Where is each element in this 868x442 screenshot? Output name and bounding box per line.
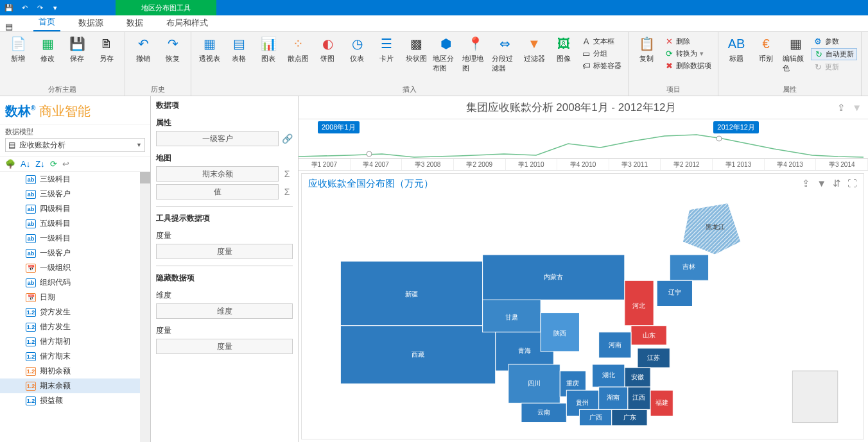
- field-icon: 📅: [26, 264, 36, 273]
- copy-button[interactable]: 📋复制: [632, 35, 661, 83]
- sort-desc-icon[interactable]: Z↓: [35, 159, 44, 169]
- title-button[interactable]: AB标题: [722, 35, 751, 83]
- tree-item[interactable]: 1.2借方期初: [0, 334, 150, 349]
- filter-icon[interactable]: ▼: [817, 178, 826, 189]
- autoupdate-button[interactable]: ↻自动更新: [811, 48, 857, 60]
- convert-button[interactable]: ⟳转换为 ▾: [662, 48, 714, 59]
- sigma-icon[interactable]: Σ: [281, 169, 293, 179]
- delete-button[interactable]: ✕删除: [662, 36, 714, 47]
- chart-button[interactable]: 📊图表: [254, 35, 282, 83]
- model-select[interactable]: ▤ 应收账款分析 ▼: [5, 138, 145, 152]
- tree-item[interactable]: 1.2损益额: [0, 393, 150, 408]
- tree-item[interactable]: ab组织代码: [0, 275, 150, 290]
- tree-item[interactable]: ab一级科目: [0, 231, 150, 246]
- timeline-tick: 季4 2007: [351, 159, 403, 170]
- map-value-well[interactable]: 期末余额: [156, 166, 279, 182]
- undo-icon[interactable]: ↶: [18, 4, 31, 12]
- image-button[interactable]: 🖼图像: [550, 35, 578, 83]
- svg-rect-4: [483, 255, 625, 300]
- treemap-button[interactable]: ▩块状图: [402, 35, 430, 83]
- tab-home[interactable]: 首页: [33, 13, 60, 31]
- pie-button[interactable]: ◐饼图: [313, 35, 342, 83]
- range-filter[interactable]: 2008年1月 2012年12月 季1 2007季4 2007季3 2008季2…: [299, 119, 868, 171]
- textbox-button[interactable]: A文本框: [579, 36, 624, 47]
- field-label: 期末余额: [40, 380, 71, 391]
- editcolor-button[interactable]: ▦编辑颜色: [781, 35, 810, 83]
- sigma-icon[interactable]: Σ: [281, 187, 293, 197]
- group-button[interactable]: ▭分组: [579, 48, 624, 59]
- link-icon[interactable]: 🔗: [281, 133, 293, 144]
- deleteitem-button[interactable]: ✖删除数据项: [662, 60, 714, 71]
- tree-item[interactable]: ab一级客户: [0, 246, 150, 260]
- field-label: 借方期末: [40, 351, 71, 362]
- sort-tree-icon[interactable]: 🌳: [5, 159, 15, 169]
- save-button[interactable]: 💾保存: [63, 35, 91, 83]
- attr-well[interactable]: 一级客户: [156, 131, 279, 146]
- tree-item[interactable]: 1.2借方发生: [0, 319, 150, 334]
- tree-item[interactable]: ab五级科目: [0, 216, 150, 231]
- undo-button[interactable]: ↶撤销: [129, 35, 157, 83]
- map-value2-well[interactable]: 值: [156, 184, 279, 200]
- pie-icon: ◐: [320, 36, 335, 51]
- svg-rect-24: [579, 409, 611, 425]
- currency-button[interactable]: €币别: [752, 35, 780, 83]
- redo-button[interactable]: ↷恢复: [159, 35, 187, 83]
- dashboard-title: 集团应收账款分析 2008年1月 - 2012年12月: [305, 100, 837, 115]
- gauge-button[interactable]: ◷仪表: [343, 35, 371, 83]
- modify-button[interactable]: ▦修改: [33, 35, 62, 83]
- filter-button[interactable]: ▼过滤器: [520, 35, 548, 83]
- back-icon[interactable]: ↩: [62, 159, 69, 169]
- pivot-button[interactable]: ▦透视表: [195, 35, 223, 83]
- tree-item[interactable]: ab四级科目: [0, 201, 150, 216]
- china-map[interactable]: 黑龙江 吉林 辽宁 内蒙古 河北 山东 新疆 甘肃 青海 西藏 陕西 河南 江苏…: [302, 174, 864, 439]
- tree-item[interactable]: ab三级科目: [0, 172, 150, 187]
- tab-datasource[interactable]: 数据源: [73, 15, 108, 31]
- scrollbar-thumb[interactable]: [140, 172, 150, 183]
- tab-data[interactable]: 数据: [121, 15, 148, 31]
- tree-item[interactable]: 📅日期: [0, 290, 150, 305]
- scrollbar[interactable]: [140, 172, 150, 442]
- tree-item[interactable]: 1.2期初余额: [0, 364, 150, 378]
- param-button[interactable]: ⚙参数: [811, 36, 857, 47]
- update-button[interactable]: ↻更新: [811, 62, 857, 72]
- drill-icon[interactable]: ⇵: [833, 178, 841, 189]
- card-button[interactable]: ☰卡片: [372, 35, 401, 83]
- tree-item[interactable]: 1.2期末余额: [0, 378, 150, 393]
- labelbox-button[interactable]: 🏷标签容器: [579, 60, 624, 71]
- context-tab-title: 地区分布图工具: [116, 0, 216, 15]
- timeline-tick: 季1 2010: [506, 159, 558, 170]
- export-icon[interactable]: ⇪: [837, 102, 846, 114]
- tree-item[interactable]: 1.2贷方发生: [0, 305, 150, 319]
- timeline-tick: 季3 2014: [816, 159, 868, 170]
- tooltip-measure-well[interactable]: 度量: [156, 244, 293, 259]
- refresh-icon[interactable]: ⟳: [50, 159, 57, 169]
- editcolor-icon: ▦: [788, 36, 803, 51]
- fullscreen-icon[interactable]: ⛶: [847, 178, 857, 189]
- tree-item[interactable]: 📅一级组织: [0, 260, 150, 275]
- grid-button[interactable]: ▤表格: [225, 35, 253, 83]
- scatter-button[interactable]: ⁘散点图: [284, 35, 312, 83]
- map-title: 应收账款全国分布图（万元）: [308, 178, 433, 190]
- file-menu-icon[interactable]: ▤: [5, 22, 21, 31]
- filter-icon[interactable]: ▼: [852, 102, 862, 114]
- copy-icon: 📋: [639, 36, 654, 51]
- hidden-dim-well[interactable]: 维度: [156, 303, 293, 319]
- tree-item[interactable]: ab三级客户: [0, 187, 150, 201]
- sort-asc-icon[interactable]: A↓: [21, 159, 30, 169]
- geomap-button[interactable]: 📍地理地图: [461, 35, 489, 83]
- choropleth-icon: ⬢: [438, 36, 453, 51]
- rangefilter-button[interactable]: ⇔分段过滤器: [490, 35, 519, 83]
- tab-layout[interactable]: 布局和样式: [161, 15, 213, 31]
- qat-more-icon[interactable]: ▾: [49, 4, 62, 12]
- hidden-measure-well[interactable]: 度量: [156, 339, 293, 354]
- saveas-button[interactable]: 🗎另存: [92, 35, 121, 83]
- export-icon[interactable]: ⇪: [802, 178, 810, 189]
- choropleth-button[interactable]: ⬢地区分布图: [431, 35, 460, 83]
- left-pane: 数林® 商业智能 数据模型 ▤ 应收账款分析 ▼ 🌳 A↓ Z↓ ⟳ ↩ ab三…: [0, 96, 151, 442]
- timeline-tick: 季3 2008: [402, 159, 454, 170]
- redo-icon[interactable]: ↷: [33, 4, 46, 12]
- tree-item[interactable]: 1.2借方期末: [0, 349, 150, 364]
- model-value: 应收账款分析: [19, 140, 65, 151]
- new-button[interactable]: 📄新增: [4, 35, 32, 83]
- save-icon[interactable]: 💾: [3, 4, 15, 12]
